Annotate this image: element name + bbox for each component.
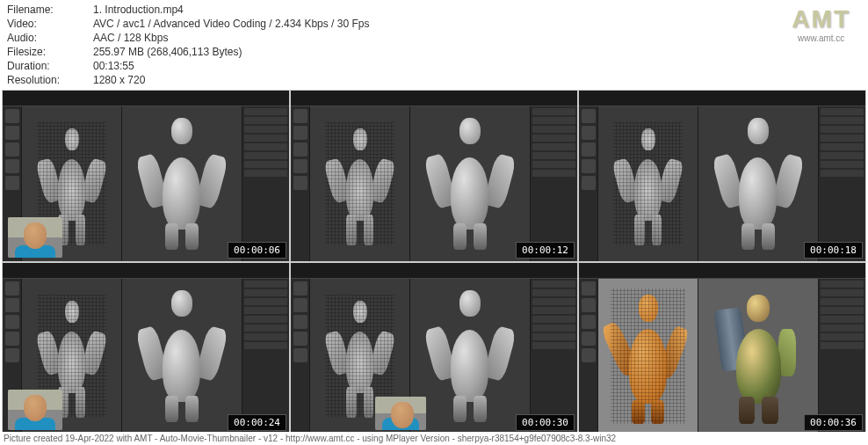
webcam-overlay <box>375 397 426 430</box>
duration-value: 00:13:55 <box>93 60 369 72</box>
thumbnail-grid: 00:00:06 00:00:12 00:00:18 00:00:24 00:0… <box>0 90 868 434</box>
thumbnail-6: 00:00:36 <box>578 262 866 434</box>
timestamp-5: 00:00:30 <box>516 414 575 431</box>
resolution-label: Resolution: <box>7 74 86 86</box>
filesize-label: Filesize: <box>7 46 86 58</box>
amt-logo: AMT www.amt.cc <box>792 5 850 43</box>
timestamp-3: 00:00:18 <box>804 242 863 259</box>
thumbnail-5: 00:00:30 <box>290 262 578 434</box>
thumbnail-3: 00:00:18 <box>578 90 866 262</box>
audio-label: Audio: <box>7 32 86 44</box>
duration-label: Duration: <box>7 60 86 72</box>
timestamp-1: 00:00:06 <box>228 242 286 259</box>
resolution-value: 1280 x 720 <box>93 74 369 86</box>
video-value: AVC / avc1 / Advanced Video Coding / 2.4… <box>93 18 369 30</box>
metadata-header: Filename: 1. Introduction.mp4 Video: AVC… <box>0 0 868 90</box>
webcam-overlay <box>8 217 62 258</box>
logo-url: www.amt.cc <box>792 33 850 43</box>
filesize-value: 255.97 MB (268,406,113 Bytes) <box>93 46 369 58</box>
metadata-table: Filename: 1. Introduction.mp4 Video: AVC… <box>7 4 369 86</box>
timestamp-4: 00:00:24 <box>228 414 286 431</box>
filename-label: Filename: <box>7 4 86 16</box>
video-label: Video: <box>7 18 86 30</box>
logo-text: AMT <box>792 5 850 33</box>
timestamp-2: 00:00:12 <box>516 242 575 259</box>
webcam-overlay <box>8 390 62 430</box>
filename-value: 1. Introduction.mp4 <box>93 4 369 16</box>
thumbnail-1: 00:00:06 <box>2 90 290 262</box>
footer-text: Picture created 19-Apr-2022 with AMT - A… <box>0 432 868 445</box>
timestamp-6: 00:00:36 <box>804 414 863 431</box>
thumbnail-2: 00:00:12 <box>290 90 578 262</box>
thumbnail-4: 00:00:24 <box>2 262 290 434</box>
audio-value: AAC / 128 Kbps <box>93 32 369 44</box>
